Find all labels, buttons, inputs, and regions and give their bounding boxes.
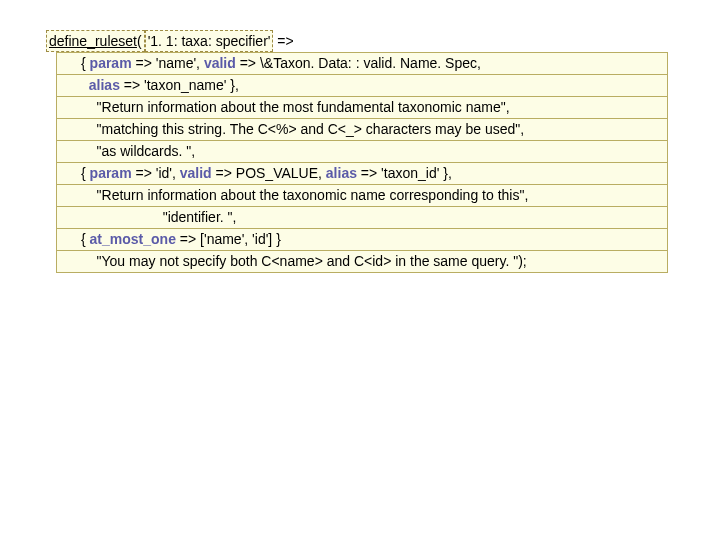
code-row: alias => 'taxon_name' }, [56, 75, 668, 97]
code-row: "Return information about the taxonomic … [56, 185, 668, 207]
code-block: define_ruleset('1. 1: taxa: specifier' =… [46, 30, 672, 273]
code-row: { param => 'name', valid => \&Taxon. Dat… [56, 52, 668, 75]
func-name-box: define_ruleset( [46, 30, 145, 52]
code-row: "Return information about the most funda… [56, 97, 668, 119]
code-row: "as wildcards. ", [56, 141, 668, 163]
code-row: "You may not specify both C<name> and C<… [56, 251, 668, 273]
code-row: { at_most_one => ['name', 'id'] } [56, 229, 668, 251]
arg-box: '1. 1: taxa: specifier' [145, 30, 274, 52]
arrow: => [273, 33, 293, 49]
code-row: "matching this string. The C<%> and C<_>… [56, 119, 668, 141]
code-row: { param => 'id', valid => POS_VALUE, ali… [56, 163, 668, 185]
code-line-1: define_ruleset('1. 1: taxa: specifier' =… [46, 30, 672, 52]
code-row: "identifier. ", [56, 207, 668, 229]
code-rows: { param => 'name', valid => \&Taxon. Dat… [46, 52, 672, 273]
func-name: define_ruleset [49, 33, 137, 49]
